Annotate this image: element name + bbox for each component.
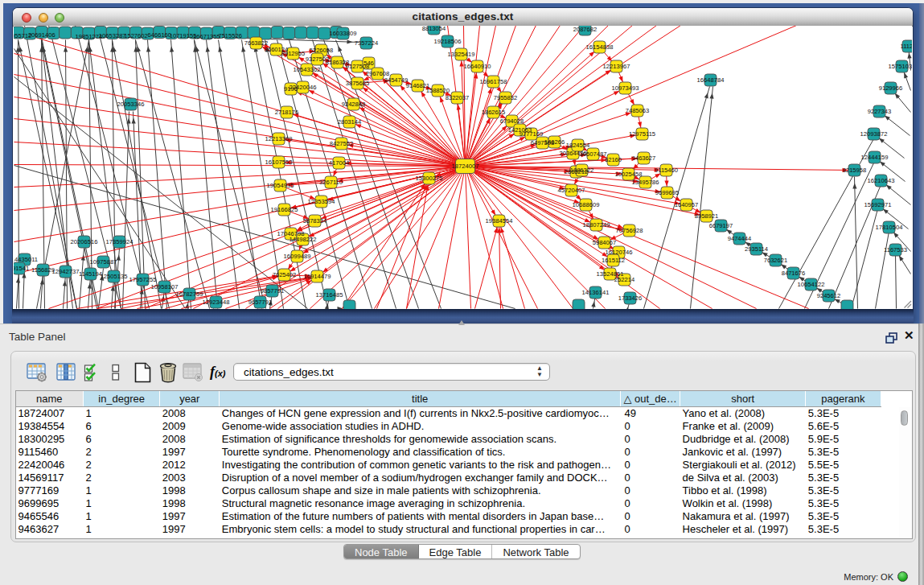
svg-text:9196: 9196 (284, 84, 298, 92)
svg-text:5226058: 5226058 (309, 46, 333, 53)
svg-text:16648784: 16648784 (696, 76, 724, 83)
svg-text:1527602: 1527602 (124, 31, 148, 39)
svg-text:391541: 391541 (14, 264, 29, 271)
svg-text:70756928: 70756928 (615, 226, 643, 233)
svg-text:8471676: 8471676 (781, 269, 805, 276)
svg-text:9463627: 9463627 (631, 154, 655, 161)
svg-text:12353594: 12353594 (307, 197, 335, 204)
svg-text:10507487: 10507487 (579, 150, 606, 157)
svg-text:1640957: 1640957 (674, 200, 698, 208)
svg-text:10958107: 10958107 (150, 282, 178, 290)
svg-text:45720407: 45720407 (557, 186, 585, 193)
svg-text:16961758: 16961758 (479, 77, 507, 84)
svg-text:546: 546 (363, 59, 374, 66)
svg-text:3267110: 3267110 (319, 178, 343, 185)
svg-text:17810504: 17810504 (875, 223, 902, 230)
svg-text:15751034: 15751034 (888, 62, 912, 69)
svg-text:10654122: 10654122 (797, 280, 824, 287)
svg-text:252214: 252214 (614, 275, 634, 282)
svg-text:7357224: 7357224 (354, 39, 378, 46)
svg-text:9474444: 9474444 (727, 234, 751, 241)
svg-text:10975887: 10975887 (89, 257, 117, 265)
svg-text:6466160: 6466160 (147, 31, 171, 39)
svg-text:8454749: 8454749 (384, 76, 408, 83)
svg-text:1886322: 1886322 (569, 166, 593, 173)
svg-text:16120746: 16120746 (605, 248, 632, 255)
svg-text:1862615: 1862615 (481, 108, 505, 115)
svg-text:12942737: 12942737 (51, 267, 79, 274)
svg-text:1615112: 1615112 (602, 256, 625, 263)
svg-text:9699695: 9699695 (655, 188, 679, 196)
svg-text:20206516: 20206516 (70, 237, 97, 245)
svg-text:5878334: 5878334 (302, 216, 326, 224)
svg-text:417004: 417004 (328, 159, 348, 166)
svg-text:2803144: 2803144 (337, 117, 361, 125)
svg-text:1824554: 1824554 (565, 141, 589, 148)
svg-text:9227343: 9227343 (867, 107, 891, 114)
svg-text:16107553: 16107553 (265, 158, 292, 165)
svg-text:16671355: 16671355 (193, 32, 220, 39)
svg-text:9777169: 9777169 (519, 130, 543, 137)
svg-text:2718176: 2718176 (274, 108, 298, 115)
svg-text:16914479: 16914479 (303, 272, 331, 279)
svg-text:17957255: 17957255 (129, 275, 156, 282)
svg-text:9245612: 9245612 (816, 291, 840, 299)
svg-text:13716485: 13716485 (315, 290, 343, 298)
svg-text:9242848: 9242848 (341, 100, 365, 107)
svg-text:16033809: 16033809 (329, 29, 356, 36)
svg-text:7485063: 7485063 (625, 106, 649, 113)
svg-text:6679197: 6679197 (708, 221, 733, 229)
svg-text:8427552: 8427552 (329, 139, 353, 146)
svg-text:9857791: 9857791 (260, 286, 284, 294)
svg-text:8215958: 8215958 (842, 166, 866, 173)
svg-text:20053346: 20053346 (117, 100, 144, 107)
svg-text:19384554: 19384554 (485, 216, 512, 224)
svg-text:9115460: 9115460 (655, 166, 678, 173)
svg-text:1588520: 1588520 (425, 86, 450, 93)
svg-text:13325419: 13325419 (447, 50, 474, 57)
svg-text:14136141: 14136141 (581, 288, 609, 295)
svg-text:16640910: 16640910 (463, 62, 491, 69)
svg-text:15300275: 15300275 (415, 174, 442, 181)
svg-text:19166825: 19166825 (270, 205, 298, 212)
svg-text:6794028: 6794028 (499, 117, 524, 124)
svg-text:1167533: 1167533 (884, 245, 907, 253)
svg-text:8813054: 8813054 (421, 26, 446, 32)
svg-text:12213967: 12213967 (602, 62, 630, 69)
svg-text:10653287: 10653287 (98, 32, 125, 39)
svg-text:12213369: 12213369 (265, 134, 292, 142)
svg-text:16210643: 16210643 (867, 176, 894, 183)
svg-text:12093872: 12093872 (860, 130, 887, 137)
svg-text:12505135: 12505135 (100, 272, 127, 279)
svg-text:16099489: 16099489 (283, 252, 310, 259)
svg-text:12444159: 12444159 (860, 153, 888, 160)
svg-text:15692971: 15692971 (864, 200, 891, 208)
svg-text:17359924: 17359924 (105, 237, 133, 245)
svg-text:146266: 146266 (544, 138, 564, 145)
svg-text:1733426: 1733426 (618, 294, 642, 301)
svg-text:11123: 11123 (900, 42, 912, 49)
svg-text:1145194: 1145194 (79, 270, 102, 277)
svg-text:7955832: 7955832 (493, 93, 517, 101)
svg-text:14435011: 14435011 (14, 255, 38, 262)
svg-text:8322037: 8322037 (445, 93, 469, 101)
svg-text:8958921: 8958921 (694, 212, 718, 219)
svg-text:3875685: 3875685 (345, 79, 369, 86)
svg-text:9657791: 9657791 (248, 298, 272, 305)
svg-text:16782759: 16782759 (175, 290, 203, 297)
svg-text:13495786: 13495786 (631, 178, 659, 185)
svg-text:18807249: 18807249 (582, 220, 610, 228)
svg-text:10973493: 10973493 (611, 84, 639, 91)
svg-text:2087682: 2087682 (573, 26, 597, 33)
svg-text:16154838: 16154838 (585, 43, 613, 50)
svg-text:2935114: 2935114 (745, 245, 768, 252)
svg-text:9129966: 9129966 (878, 84, 902, 91)
svg-text:12923448: 12923448 (202, 298, 229, 305)
svg-text:7515526: 7515526 (218, 32, 242, 39)
svg-text:20691406: 20691406 (27, 31, 55, 39)
svg-text:19218506: 19218506 (433, 37, 461, 44)
svg-text:5984067: 5984067 (592, 238, 616, 245)
svg-text:8912955: 8912955 (281, 49, 305, 56)
svg-text:12975115: 12975115 (628, 130, 655, 137)
svg-text:7632621: 7632621 (763, 256, 787, 263)
